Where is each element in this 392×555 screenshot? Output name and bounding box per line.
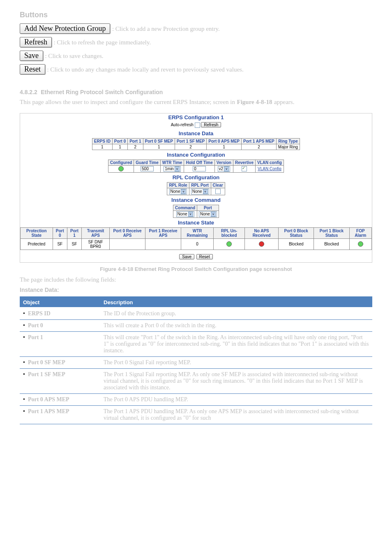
col-description: Description — [100, 297, 372, 308]
table-row: Nonev Nonev — [173, 210, 219, 217]
save-button-top[interactable]: Save — [20, 51, 43, 61]
instance-command-table: Command Port Nonev Nonev — [173, 205, 219, 218]
add-protection-group-button[interactable]: Add New Protection Group — [20, 23, 110, 34]
instance-data-heading: Instance Data — [20, 129, 372, 138]
desc-object: • Port 0 APS MEP — [20, 393, 100, 405]
instance-data-table: ERPS ID Port 0 Port 1 Port 0 SF MEP Port… — [92, 138, 300, 150]
page-title: ERPS Configuration 1 — [20, 113, 372, 121]
table-row: • ERPS IDThe ID of the Protection group. — [20, 308, 372, 320]
configured-dot-icon — [118, 166, 124, 171]
desc-intro: The page includes the following fields: — [20, 276, 372, 283]
instance-state-table: Protection State Port 0 Port 1 Transmit … — [20, 227, 372, 250]
section-title-buttons: Buttons — [20, 11, 372, 19]
rpl-config-heading: RPL Configuration — [20, 173, 372, 182]
desc-text: The Port 0 APS PDU handling MEP. — [100, 393, 372, 405]
table-row: • Port 1 SF MEPThe Port 1 Signal Fail re… — [20, 368, 372, 393]
refresh-button-inner[interactable]: Refresh — [201, 122, 221, 127]
refresh-button-top[interactable]: Refresh — [20, 37, 52, 47]
desc-text: The ID of the Protection group. — [100, 308, 372, 320]
revertive-checkbox[interactable] — [242, 166, 247, 171]
desc-object: • Port 1 SF MEP — [20, 368, 100, 393]
vlan-config-link[interactable]: VLAN Config — [258, 166, 281, 171]
desc-object: • Port 0 — [20, 319, 100, 331]
chevron-down-icon: v — [224, 166, 229, 171]
desc-text: This will create a Port 0 of the switch … — [100, 319, 372, 331]
save-button-inner[interactable]: Save — [179, 254, 194, 259]
add-protection-group-desc: : Click to add a new Protection group en… — [112, 25, 220, 32]
col-port0: Port 0 — [112, 138, 127, 144]
command-port-select[interactable]: Nonev — [199, 211, 217, 217]
col-erps-id: ERPS ID — [92, 138, 112, 144]
chevron-down-icon: v — [188, 212, 193, 217]
instance-config-heading: Instance Configuration — [20, 150, 372, 160]
instance-state-heading: Instance State — [20, 218, 372, 227]
table-row: • Port 1 APS MEPThe Port 1 APS PDU handl… — [20, 405, 372, 424]
table-row: • Port 0 SF MEPThe Port 0 Signal Fail re… — [20, 356, 372, 368]
chevron-down-icon: v — [203, 189, 208, 194]
table-row: • Port 1This will create "Port 1" of the… — [20, 331, 372, 356]
desc-object: • Port 0 SF MEP — [20, 356, 100, 368]
table-row: • Port 0 APS MEPThe Port 0 APS PDU handl… — [20, 393, 372, 405]
description-table: Object Description • ERPS IDThe ID of th… — [20, 296, 372, 424]
table-row: 500 1minv 0 v2v VLAN Config — [108, 165, 284, 172]
subsection-intro-figref: Figure 4-8-18 — [237, 99, 272, 105]
subsection-title: Ethernet Ring Protocol Switch Configurat… — [41, 89, 163, 95]
auto-refresh-checkbox[interactable] — [195, 123, 200, 128]
col-p0apsmep: Port 0 APS MEP — [207, 138, 242, 144]
refresh-button-desc: : Click to refresh the page immediately. — [53, 39, 151, 46]
col-ringtype: Ring Type — [276, 138, 300, 144]
table-row: • Port 0This will create a Port 0 of the… — [20, 319, 372, 331]
rpl-port-select[interactable]: Nonev — [191, 189, 209, 194]
wtr-time-select[interactable]: 1minv — [164, 166, 181, 172]
chevron-down-icon: v — [211, 212, 216, 217]
desc-text: The Port 1 Signal Fail reporting MEP. As… — [100, 368, 372, 393]
subsection-intro-a: This page allows the user to inspect and… — [20, 99, 235, 105]
instance-command-heading: Instance Command — [20, 195, 372, 205]
rpl-role-select[interactable]: Nonev — [169, 189, 187, 194]
subsection-number: 4.8.2.2 — [20, 89, 37, 95]
col-port1: Port 1 — [128, 138, 143, 144]
desc-object: • ERPS ID — [20, 308, 100, 320]
no-aps-received-dot-icon — [259, 241, 264, 247]
rpl-unblocked-dot-icon — [226, 241, 232, 247]
table-row: Nonev Nonev — [167, 188, 225, 195]
instance-data-subtitle: Instance Data: — [20, 287, 372, 293]
erps-config-screenshot: ERPS Configuration 1 Auto-refresh Refres… — [20, 113, 372, 263]
rpl-config-table: RPL Role RPL Port Clear Nonev Nonev — [167, 182, 225, 195]
reset-button-inner[interactable]: Reset — [196, 254, 213, 259]
desc-object: • Port 1 APS MEP — [20, 405, 100, 424]
table-row: 1 1 2 1 2 1 2 Major Ring — [92, 144, 300, 150]
clear-checkbox[interactable] — [215, 189, 221, 194]
guard-time-input[interactable]: 500 — [141, 166, 154, 171]
col-p1sfmep: Port 1 SF MEP — [175, 138, 206, 144]
instance-config-table: Configured Guard Time WTR Time Hold Off … — [108, 160, 284, 173]
desc-object: • Port 1 — [20, 331, 100, 356]
col-p0sfmep: Port 0 SF MEP — [143, 138, 175, 144]
hold-off-input[interactable]: 0 — [193, 166, 206, 171]
desc-text: The Port 1 APS PDU handling MEP. As only… — [100, 405, 372, 424]
figure-caption: Figure 4-8-18 Ethernet Ring Protocol Swi… — [20, 266, 372, 272]
chevron-down-icon: v — [175, 166, 180, 171]
col-object: Object — [20, 297, 100, 308]
desc-text: The Port 0 Signal Fail reporting MEP. — [100, 356, 372, 368]
chevron-down-icon: v — [181, 189, 186, 194]
reset-button-desc: : Click to undo any changes made locally… — [47, 66, 243, 73]
col-p1apsmep: Port 1 APS MEP — [242, 138, 277, 144]
desc-text: This will create "Port 1" of the switch … — [100, 331, 372, 356]
save-button-desc: : Click to save changes. — [45, 53, 103, 59]
table-row: Protected SF SF SF DNF BPR0 0 Blocked Bl… — [21, 238, 372, 250]
command-select[interactable]: Nonev — [176, 211, 194, 217]
auto-refresh-label: Auto-refresh — [171, 123, 194, 127]
version-select[interactable]: v2v — [218, 166, 231, 172]
reset-button-top[interactable]: Reset — [20, 64, 45, 74]
subsection-intro-tail: appears. — [274, 99, 295, 105]
fop-alarm-dot-icon — [358, 241, 363, 247]
